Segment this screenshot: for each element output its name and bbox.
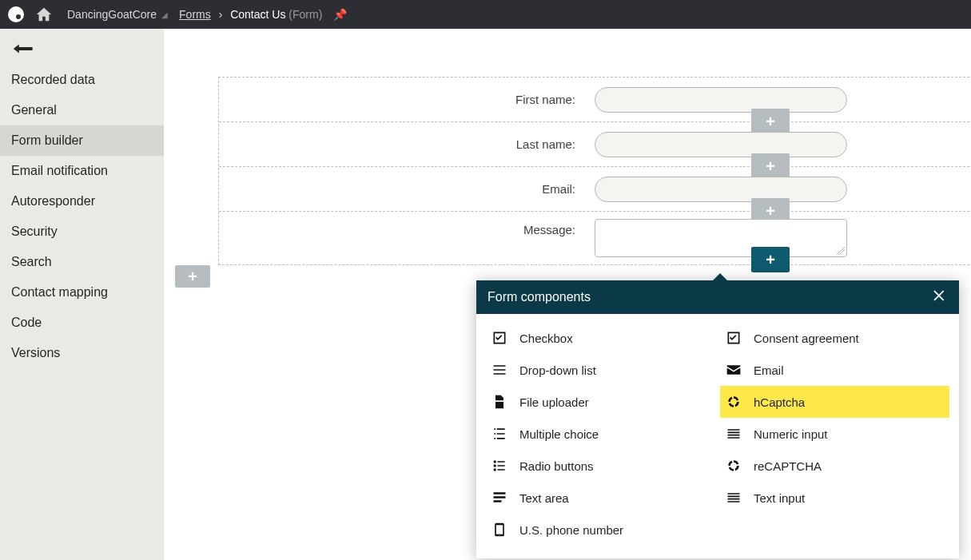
form-zone: First name: + Last name: + Email: + Mess… [218,77,969,265]
home-icon [35,6,53,23]
crumb-title: Contact Us [230,8,285,21]
close-icon [932,288,948,304]
plus-icon: + [766,252,775,268]
component-option-hcaptcha[interactable]: hCaptcha [720,386,949,418]
file-icon [489,394,510,410]
component-option-label: Email [754,363,784,377]
sidebar-item-search[interactable]: Search [0,247,164,277]
sidebar-item-form-builder[interactable]: Form builder [0,125,164,156]
field-row-email[interactable]: Email: + [219,167,969,212]
component-option-label: Multiple choice [519,427,599,441]
plus-icon: + [188,268,197,284]
form-components-popover: Form components CheckboxDrop-down listFi… [476,280,959,558]
app-logo-icon[interactable] [8,6,24,22]
checkbox-icon [723,330,744,346]
topbar: DancingGoatCore ◢ Forms › Contact Us (Fo… [0,0,971,29]
textinput-icon [723,490,744,506]
sidebar-item-autoresponder[interactable]: Autoresponder [0,186,164,216]
component-option-label: hCaptcha [754,395,805,409]
recaptcha-icon [723,394,744,410]
component-option-label: Text input [754,491,805,505]
email-input[interactable] [595,177,847,202]
add-component-button-active[interactable]: + [751,247,790,272]
component-option-multiple-choice[interactable]: Multiple choice [486,418,715,450]
radio-icon [489,458,510,474]
field-row-message[interactable]: Message: + [219,212,969,264]
site-switcher[interactable]: DancingGoatCore [67,8,157,21]
sidebar-item-code[interactable]: Code [0,308,164,338]
sidebar-item-email-notification[interactable]: Email notification [0,156,164,186]
component-option-label: Consent agreement [754,332,859,345]
last-name-input[interactable] [595,132,847,157]
component-option-radio-buttons[interactable]: Radio buttons [486,450,715,482]
first-name-input[interactable] [595,87,847,113]
site-caret-icon: ◢ [161,10,168,19]
popover-header: Form components [476,280,959,314]
component-option-drop-down-list[interactable]: Drop-down list [486,354,715,386]
sidebar-item-contact-mapping[interactable]: Contact mapping [0,277,164,308]
popover-title: Form components [487,290,591,304]
component-option-numeric-input[interactable]: Numeric input [720,418,949,450]
field-row-last-name[interactable]: Last name: + [219,122,969,167]
sidebar-item-security[interactable]: Security [0,216,164,247]
back-button[interactable] [0,38,164,65]
textinput-icon [723,426,744,442]
component-option-label: reCAPTCHA [754,459,822,473]
field-label: First name: [219,93,595,106]
field-row-first-name[interactable]: First name: + [219,77,969,122]
recaptcha-icon [723,458,744,474]
sidebar: Recorded dataGeneralForm builderEmail no… [0,29,164,560]
breadcrumb: Forms › Contact Us (Form) 📌 [179,8,347,21]
component-option-u-s-phone-number[interactable]: U.S. phone number [486,514,715,546]
component-option-label: Text area [519,491,569,505]
component-option-label: Numeric input [754,427,828,441]
component-option-label: U.S. phone number [519,523,623,537]
component-option-label: Radio buttons [519,459,594,473]
sidebar-item-versions[interactable]: Versions [0,338,164,368]
multiple-icon [489,426,510,442]
component-option-text-input[interactable]: Text input [720,482,949,514]
crumb-root-link[interactable]: Forms [179,8,211,21]
field-label: Email: [219,182,595,196]
component-option-consent-agreement[interactable]: Consent agreement [720,322,949,354]
add-section-left-button[interactable]: + [175,265,210,288]
component-option-label: Checkbox [519,332,573,345]
component-option-checkbox[interactable]: Checkbox [486,322,715,354]
component-option-text-area[interactable]: Text area [486,482,715,514]
component-option-recaptcha[interactable]: reCAPTCHA [720,450,949,482]
form-builder-canvas: + First name: + Last name: + Email: + Me… [164,29,971,560]
sidebar-item-general[interactable]: General [0,95,164,125]
textarea-icon [489,490,510,506]
popover-close-button[interactable] [932,288,948,307]
crumb-type: (Form) [289,8,322,21]
dropdown-icon [489,362,510,378]
component-option-email[interactable]: Email [720,354,949,386]
back-arrow-icon [11,42,34,56]
component-option-file-uploader[interactable]: File uploader [486,386,715,418]
email-icon [723,362,744,378]
message-textarea[interactable] [595,219,847,257]
field-label: Message: [219,212,595,236]
checkbox-icon [489,330,510,346]
pin-icon[interactable]: 📌 [333,8,347,21]
sidebar-item-recorded-data[interactable]: Recorded data [0,65,164,95]
home-button[interactable] [35,6,53,23]
field-label: Last name: [219,137,595,151]
phone-icon [489,522,510,538]
chevron-right-icon: › [219,8,223,21]
component-option-label: Drop-down list [519,363,596,377]
component-option-label: File uploader [519,395,589,409]
